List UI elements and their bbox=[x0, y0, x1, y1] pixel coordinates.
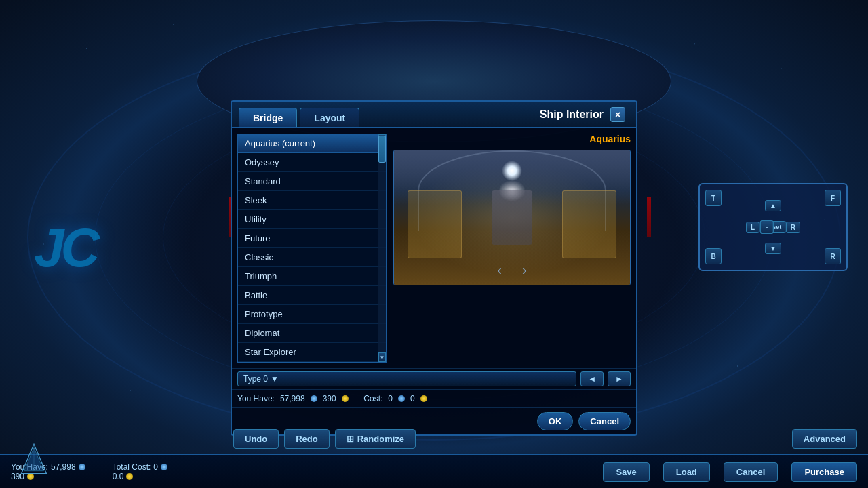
cancel-button[interactable]: Cancel bbox=[724, 462, 778, 482]
cost-bar: You Have: 57,998 390 Cost: 0 0 bbox=[232, 389, 636, 407]
preview-panel: Aquarius ‹ bbox=[393, 134, 631, 363]
bottom-total-cost-info: Total Cost: 0 0.0 bbox=[113, 462, 167, 481]
gamepad-f-button[interactable]: F bbox=[825, 190, 841, 206]
bottom-total-cost-label: Total Cost: bbox=[113, 462, 151, 472]
bottom-blue-icon bbox=[79, 464, 85, 470]
list-item[interactable]: Sleek bbox=[238, 191, 386, 210]
dialog-cancel-button[interactable]: Cancel bbox=[578, 412, 631, 430]
prev-arrow[interactable]: ‹ bbox=[497, 262, 502, 278]
cost-blue-amount: 0 bbox=[388, 394, 393, 403]
ship-interior-dialog: Bridge Layout Ship Interior × Aquarius (… bbox=[231, 100, 637, 436]
dialog-title: Ship Interior × bbox=[529, 102, 636, 127]
gamepad-r-button[interactable]: B bbox=[705, 248, 722, 264]
logo-text: JC bbox=[34, 217, 96, 279]
blue-currency-amount: 57,998 bbox=[280, 394, 305, 403]
bottom-total-blue: 0 bbox=[153, 462, 158, 472]
dpad-down[interactable]: ▼ bbox=[765, 243, 781, 254]
undo-button[interactable]: Undo bbox=[233, 429, 279, 449]
cost-label: Cost: bbox=[363, 394, 382, 403]
type-next-button[interactable]: ► bbox=[608, 371, 631, 386]
preview-nav: ‹ › bbox=[497, 262, 526, 278]
bridge-list-panel: Aquarius (current) Odyssey Standard Slee… bbox=[237, 134, 387, 363]
bottom-total-gold-row: 0.0 bbox=[113, 472, 167, 481]
list-item[interactable]: Aquarius (current) bbox=[238, 134, 386, 153]
gamepad-ui: T F B R ▲ ▼ L R + Reset - bbox=[698, 183, 848, 271]
ok-button[interactable]: OK bbox=[537, 412, 574, 430]
type-label: Type 0 bbox=[243, 374, 268, 384]
save-button[interactable]: Save bbox=[603, 462, 649, 482]
blue-currency-icon bbox=[311, 395, 317, 402]
list-item[interactable]: Utility bbox=[238, 210, 386, 229]
starfleet-delta-logo bbox=[20, 443, 47, 474]
list-item[interactable]: Triumph bbox=[238, 267, 386, 286]
load-button[interactable]: Load bbox=[663, 462, 710, 482]
type-prev-button[interactable]: ◄ bbox=[580, 371, 604, 386]
gamepad-b-button[interactable]: R bbox=[825, 248, 841, 264]
bridge-list-items: Aquarius (current) Odyssey Standard Slee… bbox=[238, 134, 386, 362]
zoom-minus-button[interactable]: - bbox=[760, 220, 774, 234]
bottom-bar: You Have: 57,998 390 Total Cost: 0 0.0 S… bbox=[0, 454, 868, 488]
action-bar: Undo Redo ⊞ Randomize Advanced bbox=[222, 429, 868, 449]
list-item[interactable]: Future bbox=[238, 229, 386, 248]
bridge-list-scroll[interactable]: Aquarius (current) Odyssey Standard Slee… bbox=[237, 134, 387, 363]
dpad-left[interactable]: L bbox=[746, 222, 760, 233]
bottom-total-cost-row: Total Cost: 0 bbox=[113, 462, 167, 472]
cost-blue-icon bbox=[398, 395, 405, 402]
gold-currency-amount: 390 bbox=[323, 394, 336, 403]
list-item[interactable]: Prototype bbox=[238, 305, 386, 324]
you-have-label: You Have: bbox=[237, 394, 275, 403]
list-item[interactable]: Odyssey bbox=[238, 153, 386, 172]
preview-image: ‹ › bbox=[393, 150, 631, 285]
purchase-button[interactable]: Purchase bbox=[791, 462, 857, 482]
preview-label: Aquarius bbox=[393, 134, 631, 144]
tab-layout[interactable]: Layout bbox=[300, 108, 359, 127]
scrollbar-thumb[interactable] bbox=[378, 136, 386, 163]
dpad: ▲ ▼ L R + Reset - bbox=[746, 200, 800, 254]
randomize-button[interactable]: ⊞ Randomize bbox=[335, 429, 416, 449]
redo-button[interactable]: Redo bbox=[284, 429, 330, 449]
type-selector: Type 0 ▼ ◄ ► bbox=[232, 368, 636, 389]
list-item[interactable]: Classic bbox=[238, 248, 386, 267]
list-item[interactable]: Battle bbox=[238, 286, 386, 305]
dialog-tabs: Bridge Layout bbox=[232, 102, 359, 127]
cost-gold-icon bbox=[420, 395, 427, 402]
bottom-total-gold: 0.0 bbox=[113, 472, 124, 481]
next-arrow[interactable]: › bbox=[522, 262, 527, 278]
list-item[interactable]: Star Explorer bbox=[238, 343, 386, 362]
red-accent-right bbox=[647, 197, 651, 237]
gamepad-t-button[interactable]: T bbox=[705, 190, 722, 206]
cost-gold-amount: 0 bbox=[410, 394, 415, 403]
randomize-icon: ⊞ bbox=[347, 434, 354, 444]
dialog-body: Aquarius (current) Odyssey Standard Slee… bbox=[232, 128, 636, 368]
tab-bridge[interactable]: Bridge bbox=[239, 108, 297, 127]
bottom-total-blue-icon bbox=[161, 464, 167, 470]
bottom-total-gold-icon bbox=[126, 473, 133, 480]
dpad-right[interactable]: R bbox=[786, 222, 800, 233]
list-scrollbar[interactable]: ▲ ▼ bbox=[378, 134, 386, 362]
scroll-down-arrow[interactable]: ▼ bbox=[378, 352, 386, 362]
advanced-button[interactable]: Advanced bbox=[792, 429, 857, 449]
close-button[interactable]: × bbox=[610, 107, 625, 122]
type-dropdown[interactable]: Type 0 ▼ bbox=[237, 371, 576, 386]
dialog-titlebar: Bridge Layout Ship Interior × bbox=[232, 102, 636, 128]
dpad-up[interactable]: ▲ bbox=[765, 200, 781, 211]
list-item[interactable]: Diplomat bbox=[238, 324, 386, 343]
dropdown-chevron-icon: ▼ bbox=[271, 374, 279, 384]
bridge-visual: ‹ › bbox=[394, 150, 630, 285]
list-item[interactable]: Standard bbox=[238, 172, 386, 191]
gamepad-box: T F B R ▲ ▼ L R + Reset - bbox=[698, 183, 848, 271]
bottom-blue-amount: 57,998 bbox=[51, 462, 76, 472]
gold-currency-icon bbox=[342, 395, 349, 402]
